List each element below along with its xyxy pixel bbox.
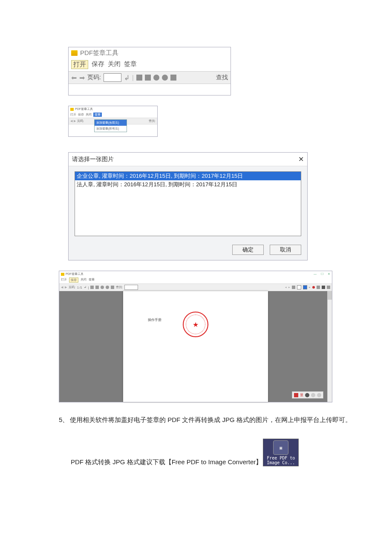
nav-prev-icon[interactable]: ◀ <box>61 286 63 289</box>
select-image-dialog: 请选择一张图片 ✕ 企业公章, 灌章时间：2016年12月15日, 到期时间：2… <box>68 152 308 260</box>
link-icon[interactable] <box>327 286 330 289</box>
nav-next-icon[interactable]: ▶ <box>74 119 76 123</box>
zoom-in-icon[interactable] <box>153 75 159 81</box>
window-title-bar: PDF签章工具 <box>69 106 157 112</box>
zoom-in-icon[interactable] <box>101 286 104 289</box>
nav-prev-icon[interactable]: ⬅ <box>71 74 77 82</box>
stamp-tool-icon[interactable] <box>312 286 315 289</box>
nav-next-icon[interactable]: ▶ <box>65 286 67 289</box>
edit-icon[interactable] <box>317 286 320 289</box>
find-label: 查找: <box>149 119 156 123</box>
menu-open[interactable]: 打开 <box>71 60 88 69</box>
highlight-icon[interactable] <box>303 285 307 289</box>
select-icon[interactable] <box>170 75 176 81</box>
separator: | <box>132 74 134 81</box>
zoom-icon[interactable] <box>305 393 309 397</box>
menu-save[interactable]: 保存 <box>92 60 104 69</box>
tool-icon[interactable] <box>317 393 321 397</box>
fit-page-icon[interactable] <box>145 75 151 81</box>
menu-sign[interactable]: 签章 <box>124 60 137 69</box>
window-title: PDF签章工具 <box>66 272 84 276</box>
pdf-page: 操作手册 ★ <box>123 291 268 402</box>
rect-icon[interactable] <box>297 285 301 289</box>
step-number: 5、 <box>59 413 70 427</box>
dropdown-item-current-page[interactable]: 添加签章(当前页) <box>95 120 127 126</box>
app-logo-icon <box>70 108 74 111</box>
tool-icon[interactable] <box>311 393 315 397</box>
converter-line: PDF 格式转换 JPG 格式建议下载【Free PDF to Image Co… <box>71 439 362 466</box>
cancel-button[interactable]: 取消 <box>270 245 301 255</box>
close-icon[interactable]: ✕ <box>298 155 304 163</box>
fit-width-icon[interactable] <box>136 75 142 81</box>
enter-icon[interactable]: ↲ <box>84 286 86 289</box>
list-item[interactable]: 法人章, 灌章时间：2016年12月15日, 到期时间：2017年12月15日 <box>75 180 301 189</box>
tool-icon[interactable]: ▸ <box>288 286 290 289</box>
menu-save[interactable]: 保存 <box>78 113 84 117</box>
fit-page-icon[interactable] <box>95 286 99 289</box>
dialog-title: 请选择一张图片 <box>72 156 114 163</box>
fit-width-icon[interactable] <box>90 286 94 289</box>
nav-prev-icon[interactable]: ◀ <box>70 119 72 123</box>
window-title: PDF签章工具 <box>75 107 93 111</box>
viewer-body: 添加签章(当前页) 添加签章(所有页) <box>69 124 157 136</box>
sign-dropdown: 添加签章(当前页) 添加签章(所有页) <box>94 119 127 132</box>
page-input[interactable] <box>104 73 121 82</box>
toolbar-window: PDF签章工具 打开 保存 关闭 签章 ⬅ ➡ 页码: ↲ | 查找 <box>68 47 231 95</box>
maximize-icon[interactable]: ☐ <box>321 272 323 276</box>
image-icon[interactable] <box>322 286 325 289</box>
dropdown-item-all-pages[interactable]: 添加签章(所有页) <box>95 126 127 132</box>
menu-open[interactable]: 打开 <box>61 278 67 283</box>
menu-close[interactable]: 关闭 <box>86 113 92 117</box>
menu-bar: 打开 保存 关闭 签章 <box>69 112 157 118</box>
toolbar: ◀ ▶ 页码: 1 /1 ↲ | 查找: ◂ ▸ ▸ <box>59 284 332 291</box>
app-logo-icon <box>61 273 64 276</box>
vertical-scrollbar[interactable] <box>327 291 332 402</box>
zoom-out-icon[interactable] <box>106 286 109 289</box>
dialog-title-bar: 请选择一张图片 ✕ <box>69 153 307 166</box>
desktop-shortcut[interactable]: ▣ Free PDF to Image Co... <box>263 439 299 466</box>
tool-label[interactable]: 显 <box>300 393 303 397</box>
dialog-buttons: 确定 取消 <box>69 240 307 260</box>
converter-text: PDF 格式转换 JPG 格式建议下载【Free PDF to Image Co… <box>71 458 262 466</box>
menu-sign[interactable]: 签章 <box>89 278 95 283</box>
page-label: 页码: <box>69 285 75 289</box>
menu-close[interactable]: 关闭 <box>108 60 121 69</box>
toolbar: ⬅ ➡ 页码: ↲ | 查找 <box>69 72 231 84</box>
find-label: 查找 <box>216 74 228 81</box>
menu-open[interactable]: 打开 <box>70 113 76 117</box>
enter-icon[interactable]: ↲ <box>124 74 130 82</box>
menu-save[interactable]: 保存 <box>69 278 78 283</box>
select-icon[interactable] <box>111 286 114 289</box>
separator: | <box>88 286 89 289</box>
ok-button[interactable]: 确定 <box>232 245 264 255</box>
menu-bar: 打开 保存 关闭 签章 <box>59 277 332 284</box>
shortcut-label-1: Free PDF to <box>263 456 298 460</box>
stamp-list[interactable]: 企业公章, 灌章时间：2016年12月15日, 到期时间：2017年12月15日… <box>75 171 301 236</box>
menu-sign[interactable]: 签章 <box>93 113 102 117</box>
window-title: PDF签章工具 <box>80 49 118 57</box>
page-count: 1 /1 <box>77 286 82 289</box>
tool-icon[interactable] <box>294 393 298 397</box>
zoom-out-icon[interactable] <box>162 75 168 81</box>
find-input[interactable] <box>124 285 138 290</box>
tool-icon[interactable]: ▸ <box>309 286 311 289</box>
find-label: 查找: <box>116 285 123 289</box>
star-icon: ★ <box>186 315 205 334</box>
page-label: 页码: <box>87 74 101 81</box>
stamp-seal[interactable]: ★ <box>183 312 208 337</box>
pdf-viewer-window: PDF签章工具 — ☐ ✕ 打开 保存 关闭 签章 ◀ ▶ 页码: 1 /1 ↲… <box>59 271 332 402</box>
shortcut-icon: ▣ <box>273 440 288 455</box>
window-title-bar: PDF签章工具 <box>69 47 231 59</box>
close-icon[interactable]: ✕ <box>328 272 330 276</box>
nav-next-icon[interactable]: ➡ <box>79 74 85 82</box>
step-5: 5、 使用相关软件将加盖好电子签章的 PDF 文件再转换成 JPG 格式的图片，… <box>59 413 362 427</box>
tool-icon[interactable]: ◂ <box>285 286 287 289</box>
page-label: 页码: <box>77 119 84 123</box>
step-text: 使用相关软件将加盖好电子签章的 PDF 文件再转换成 JPG 格式的图片，在网上… <box>70 413 362 427</box>
window-title-bar: PDF签章工具 — ☐ ✕ <box>59 271 332 277</box>
menu-close[interactable]: 关闭 <box>81 278 86 283</box>
minimize-icon[interactable]: — <box>314 272 317 276</box>
shortcut-label-2: Image Co... <box>263 460 298 465</box>
hand-icon[interactable] <box>292 286 295 289</box>
list-item[interactable]: 企业公章, 灌章时间：2016年12月15日, 到期时间：2017年12月15日 <box>75 172 301 180</box>
